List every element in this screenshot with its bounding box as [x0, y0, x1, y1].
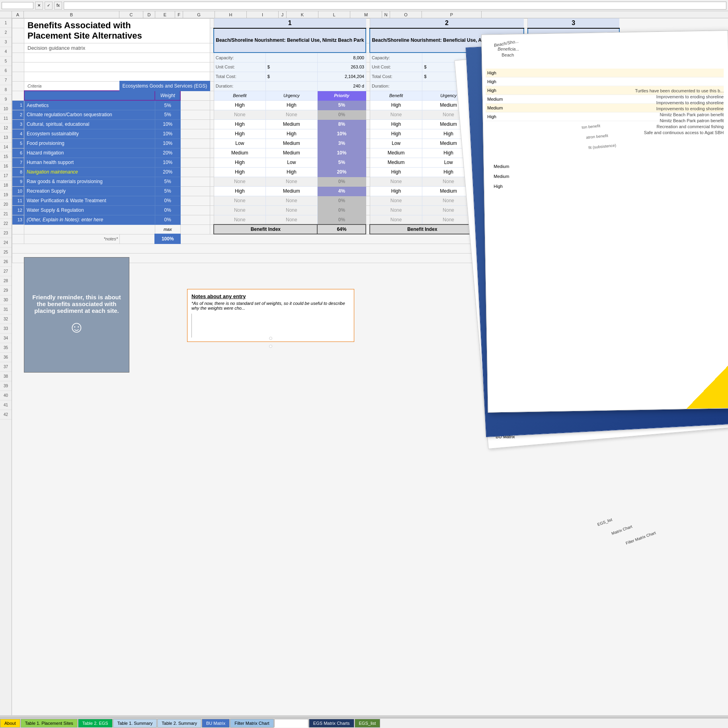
row-24[interactable]: 24 — [0, 238, 12, 248]
row-2[interactable]: 2 — [0, 28, 12, 37]
row-12[interactable]: 12 — [0, 123, 12, 133]
row-34[interactable]: 34 — [0, 334, 12, 343]
col-c[interactable]: C — [119, 11, 143, 18]
b1-priority-9: 0% — [317, 177, 366, 186]
row-25[interactable]: 25 — [0, 248, 12, 257]
row-5[interactable]: 5 — [0, 57, 12, 66]
row-19[interactable]: 19 — [0, 190, 12, 200]
tab-egs-matrix-charts[interactable]: EGS Matrix Charts — [309, 719, 354, 728]
tab-table1-summary[interactable]: Table 1. Summary — [113, 719, 157, 728]
row-38[interactable]: 38 — [0, 372, 12, 381]
b2-benefit-3: High — [370, 119, 422, 129]
tab-filter-matrix-chart[interactable]: Filter Matrix Chart — [230, 719, 273, 728]
row-4[interactable]: 4 — [0, 47, 12, 57]
b2-benefit-8: High — [370, 167, 422, 177]
site2-number-header: 2 — [370, 19, 523, 28]
curl-label-2: atron benefit — [586, 133, 608, 140]
col-priority-1: Priority — [317, 91, 366, 100]
col-n[interactable]: N — [382, 11, 390, 18]
row-9[interactable]: 9 — [0, 95, 12, 104]
row-3[interactable]: 3 — [0, 37, 12, 47]
col-a[interactable]: A — [12, 11, 24, 18]
confirm-button[interactable]: ✓ — [45, 2, 53, 10]
row-22[interactable]: 22 — [0, 219, 12, 228]
tab-egs[interactable]: Table 2. EGS — [78, 719, 113, 728]
row-29[interactable]: 29 — [0, 286, 12, 295]
row-23[interactable]: 23 — [0, 228, 12, 238]
col-p[interactable]: P — [422, 11, 482, 18]
curl-ann-3: Improvements to eroding shoreline — [635, 100, 724, 105]
col-f[interactable]: F — [175, 11, 183, 18]
row-41[interactable]: 41 — [0, 400, 12, 410]
row-17[interactable]: 17 — [0, 171, 12, 181]
notes-box[interactable]: Notes about any entry *As of now, there … — [187, 289, 354, 342]
row-27[interactable]: 27 — [0, 267, 12, 276]
row-28[interactable]: 28 — [0, 276, 12, 286]
row-18[interactable]: 18 — [0, 181, 12, 190]
col-benefit-2: Benefit — [370, 91, 422, 100]
reminder-image: Friendly reminder, this is about the ben… — [24, 257, 129, 373]
row-10[interactable]: 10 — [0, 104, 12, 114]
row-26[interactable]: 26 — [0, 257, 12, 267]
row-37[interactable]: 37 — [0, 362, 12, 372]
b1-priority-7: 5% — [317, 158, 366, 167]
tab-table2-summary[interactable]: Table 2. Summary — [157, 719, 201, 728]
weight-row-11: 0% — [155, 196, 180, 205]
matrix-chart-label-stacked: Matrix Chart — [611, 524, 632, 536]
formula-bar[interactable] — [64, 2, 726, 10]
b1-benefit-10: High — [214, 186, 265, 196]
egs-row-11: Water Purification & Waste Treatment — [24, 196, 155, 205]
row-20[interactable]: 20 — [0, 200, 12, 209]
notes-input-area[interactable] — [191, 314, 350, 338]
egs-label-stacked: EGS_list — [597, 517, 613, 527]
row-32[interactable]: 32 — [0, 314, 12, 324]
tab-matrix-chart[interactable]: Matrix Chart — [274, 719, 308, 728]
row-42[interactable]: 42 — [0, 410, 12, 420]
row-30[interactable]: 30 — [0, 295, 12, 305]
row-num-5: 5 — [12, 139, 24, 148]
col-m[interactable]: M — [350, 11, 382, 18]
b1-benefit-3: High — [214, 119, 265, 129]
row-11[interactable]: 11 — [0, 114, 12, 123]
tab-egs-list[interactable]: EGS_list — [355, 719, 381, 728]
col-g[interactable]: G — [183, 11, 215, 18]
tab-about[interactable]: About — [0, 719, 20, 728]
site1-totalcost-value: 2,104,204 — [317, 72, 366, 81]
row-36[interactable]: 36 — [0, 353, 12, 362]
row-6[interactable]: 6 — [0, 66, 12, 76]
col-d[interactable]: D — [143, 11, 155, 18]
row-14[interactable]: 14 — [0, 142, 12, 152]
col-k[interactable]: K — [287, 11, 318, 18]
col-b[interactable]: B — [24, 11, 119, 18]
tab-bu-matrix[interactable]: BU Matrix — [202, 719, 230, 728]
site1-unitcost-value: 263.03 — [317, 62, 366, 72]
row-7[interactable]: 7 — [0, 76, 12, 85]
col-j[interactable]: J — [279, 11, 287, 18]
row-8[interactable]: 8 — [0, 85, 12, 95]
row-31[interactable]: 31 — [0, 305, 12, 314]
row-35[interactable]: 35 — [0, 343, 12, 353]
col-h[interactable]: H — [215, 11, 247, 18]
tab-placement-sites[interactable]: Table 1. Placement Sites — [21, 719, 78, 728]
col-l[interactable]: L — [318, 11, 350, 18]
col-i[interactable]: I — [247, 11, 279, 18]
resize-handle-bottom[interactable] — [269, 345, 272, 348]
resize-handle-top[interactable] — [269, 337, 272, 340]
cancel-button[interactable]: ✕ — [35, 2, 43, 10]
col-o[interactable]: O — [390, 11, 422, 18]
row-21[interactable]: 21 — [0, 209, 12, 219]
weight-row-10: 5% — [155, 186, 180, 196]
curl-ann-2: Improvements to eroding shoreline — [635, 94, 724, 99]
row-40[interactable]: 40 — [0, 391, 12, 400]
col-e[interactable]: E — [155, 11, 175, 18]
row-16[interactable]: 16 — [0, 162, 12, 171]
row-15[interactable]: 15 — [0, 152, 12, 162]
row-33[interactable]: 33 — [0, 324, 12, 334]
b1-benefit-13: None — [214, 215, 265, 224]
name-box[interactable]: TextBox 1 — [2, 2, 33, 9]
row-39[interactable]: 39 — [0, 381, 12, 391]
row-num-8: 8 — [12, 167, 24, 177]
row-13[interactable]: 13 — [0, 133, 12, 142]
curl-ann-6: Nimitz Beach Park patron benefit — [635, 118, 724, 123]
row-1[interactable]: 1 — [0, 18, 12, 28]
